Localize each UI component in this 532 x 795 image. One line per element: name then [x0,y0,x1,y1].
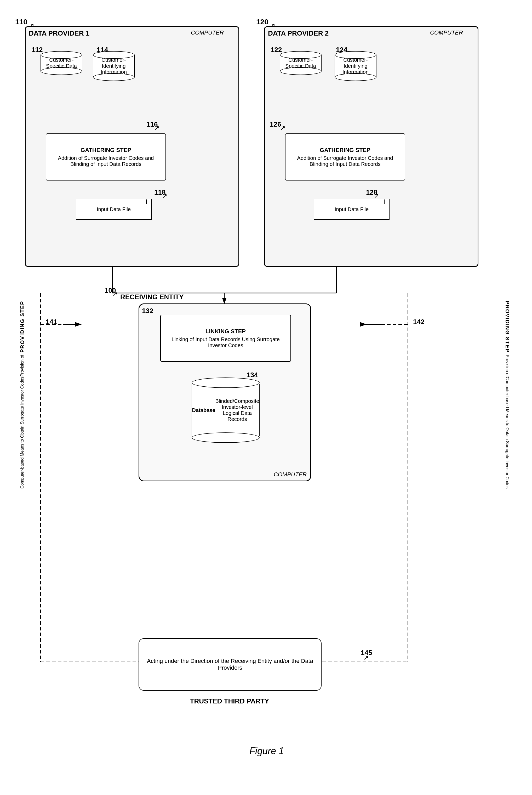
linking-computer-box: COMPUTER 132 LINKING STEP Linking of Inp… [138,303,311,481]
provider2-gathering-box: GATHERING STEP Addition of Surrogate Inv… [285,133,405,181]
provider1-gathering-title: GATHERING STEP [80,147,131,153]
ref-120: 120 [256,18,268,26]
ref-126: 126 [270,120,281,128]
provider1-db2: Customer-Identifying Information [93,51,135,81]
database-cylinder: Database Blinded/Composite Investor-leve… [192,377,260,443]
ref-141: 141 [46,318,57,326]
provider1-gathering-box: GATHERING STEP Addition of Surrogate Inv… [46,133,166,181]
db-body: Database Blinded/Composite Investor-leve… [192,384,260,436]
providing-step-right: PROVIDING STEP Provision of Computer-bas… [493,301,521,488]
cyl-top4 [335,51,377,59]
providing-step-right-sub2: Computer-based Means to Obtain Surrogate… [505,377,510,489]
ref-110: 110 [15,18,27,26]
cyl-bot4 [335,73,377,81]
trusted-third-party-label: TRUSTED THIRD PARTY [146,697,313,705]
providing-step-right-sub: Provision of [505,355,510,377]
provider1-file-label: Input Data File [97,206,131,212]
providing-step-left-sub: Provision of [20,355,24,377]
cylinder-bottom2 [93,73,135,81]
trusted-third-party-text: Acting under the Direction of the Receiv… [142,658,318,671]
providing-step-left: PROVIDING STEP Provision of Computer-bas… [8,301,37,488]
linking-step-title: LINKING STEP [206,328,246,335]
provider2-db1: Customer-Specific Data [280,51,322,75]
ref-132: 132 [142,307,153,315]
cylinder-top2 [93,51,135,59]
cylinder-bottom [40,67,82,75]
providing-step-left-sub2: Computer-based Means to Obtain Surrogate… [20,377,24,489]
provider2-file-label: Input Data File [335,206,368,212]
provider1-db1: Customer-Specific Data [40,51,82,75]
provider1-computer: COMPUTER [191,29,224,36]
db-label-bold: Database [192,407,215,413]
provider2-computer: COMPUTER [430,29,463,36]
provider2-gathering-subtitle: Addition of Surrogate Investor Codes and… [289,155,402,167]
provider2-gathering-title: GATHERING STEP [320,147,370,153]
provider2-db2: Customer-Identifying Information [335,51,377,81]
provider1-file-box: Input Data File [76,199,152,220]
db-label-text: Blinded/Composite Investor-level Logical… [215,398,259,422]
provider2-label: DATA PROVIDER 2 [268,29,329,37]
ref-142: 142 [413,318,424,326]
providing-step-left-main: PROVIDING STEP [19,301,25,353]
provider1-label: DATA PROVIDER 1 [29,29,90,37]
provider1-gathering-subtitle: Addition of Surrogate Investor Codes and… [50,155,162,167]
providing-step-right-main: PROVIDING STEP [504,301,510,353]
provider2-file-box: Input Data File [314,199,390,220]
db-top [192,377,260,388]
linking-computer-label: COMPUTER [274,471,307,478]
cylinder-top [40,51,82,59]
cyl-top3 [280,51,322,59]
linking-step-box: LINKING STEP Linking of Input Data Recor… [160,315,291,362]
figure-label: Figure 1 [183,745,350,757]
db-bottom [192,432,260,443]
cyl-bot3 [280,67,322,75]
linking-step-subtitle: Linking of Input Data Records Using Surr… [164,336,287,349]
trusted-third-party-box: Acting under the Direction of the Receiv… [138,638,322,691]
receiving-entity-label: RECEIVING ENTITY [120,293,184,301]
